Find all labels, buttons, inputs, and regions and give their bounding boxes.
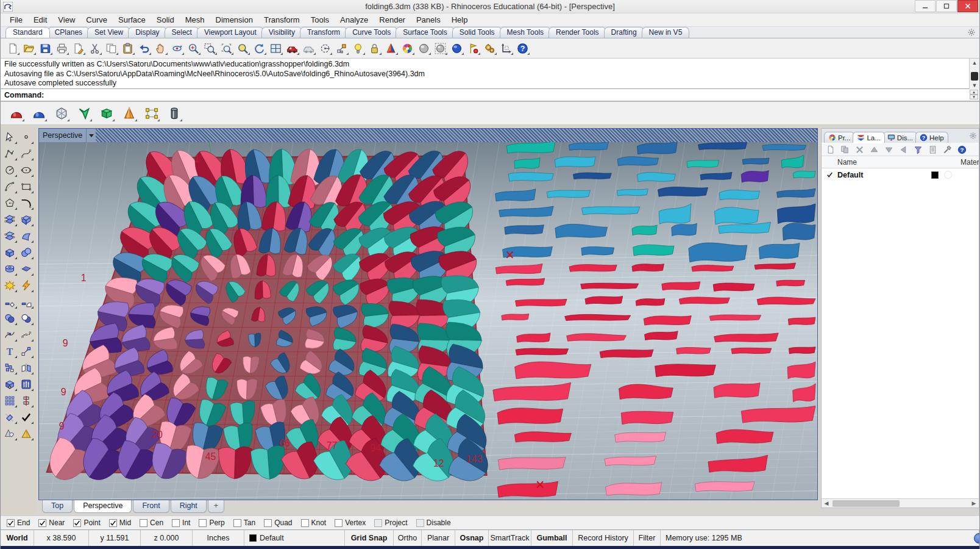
viewport-tab-perspective[interactable]: Perspective	[74, 500, 132, 513]
adjust-crv-tool-icon[interactable]	[2, 326, 18, 343]
layer-new-icon[interactable]	[823, 144, 837, 156]
status-ortho[interactable]: Ortho	[394, 530, 422, 546]
layer-dup-icon[interactable]	[838, 144, 851, 156]
minimize-button[interactable]	[915, 0, 936, 12]
dartistic-icon[interactable]	[142, 104, 161, 123]
cone-util-tool-icon[interactable]	[2, 425, 18, 442]
checkbox[interactable]	[416, 519, 424, 527]
mesh-srf-tool-icon[interactable]	[18, 260, 34, 277]
explode-star-tool-icon[interactable]	[2, 277, 18, 293]
status-smarttrack[interactable]: SmartTrack	[489, 530, 531, 546]
toolbar-tab-new-in-v5[interactable]: New in V5	[642, 27, 690, 38]
status-filter[interactable]: Filter	[634, 530, 661, 546]
toolbar-tab-standard[interactable]: Standard	[5, 27, 50, 38]
menu-analyze[interactable]: Analyze	[335, 14, 374, 26]
status-grid-snap[interactable]: Grid Snap	[345, 530, 394, 546]
menu-solid[interactable]: Solid	[151, 14, 180, 26]
viewport-caption[interactable]: Perspective	[39, 129, 86, 142]
osnap-near[interactable]: Near	[38, 518, 65, 527]
checkbox[interactable]	[199, 519, 207, 527]
explode-bolt-tool-icon[interactable]	[18, 277, 34, 293]
status-osnap[interactable]: Osnap	[455, 530, 489, 546]
status-indicator-icon[interactable]	[974, 533, 980, 544]
sphgray-icon[interactable]	[416, 40, 432, 56]
scroll-up-icon[interactable]: ▲	[970, 59, 979, 66]
array-tool-icon[interactable]	[2, 392, 18, 409]
status-y-11-591[interactable]: y 11.591	[89, 530, 141, 546]
panel-gear-icon[interactable]	[969, 131, 977, 142]
box-tool-icon[interactable]	[2, 244, 18, 260]
layer-del-icon[interactable]	[853, 144, 866, 156]
status-planar[interactable]: Planar	[422, 530, 455, 546]
toolbar-tab-transform[interactable]: Transform	[300, 27, 347, 38]
osnap-perp[interactable]: Perp	[199, 518, 224, 527]
print-icon[interactable]	[54, 40, 70, 56]
layer-down-icon[interactable]	[882, 144, 895, 156]
toolbar-tab-viewport-layout[interactable]: Viewport Layout	[197, 27, 264, 38]
panel-tab-help[interactable]: ?Help	[915, 132, 948, 143]
close-button[interactable]	[957, 0, 978, 12]
status-default[interactable]: Default	[244, 530, 345, 546]
checkbox[interactable]	[301, 519, 309, 527]
scrollbar-thumb[interactable]	[971, 72, 978, 81]
curve-tool-icon[interactable]	[18, 145, 34, 162]
layer-report-icon[interactable]	[926, 144, 939, 156]
checkbox[interactable]	[233, 519, 241, 527]
status-world[interactable]: World	[1, 530, 34, 546]
scroll-left-icon[interactable]: ◀	[822, 500, 831, 507]
checkbox[interactable]	[109, 519, 117, 527]
command-history[interactable]: File successfully written as C:\Users\Sa…	[1, 59, 979, 89]
sphblue-icon[interactable]	[449, 40, 465, 56]
toolbar-gear-icon[interactable]	[967, 28, 976, 39]
layer-help-icon[interactable]: ?	[955, 144, 968, 156]
menu-transform[interactable]: Transform	[258, 14, 305, 26]
layer-filter-icon[interactable]	[911, 144, 925, 156]
viewport-caption-dropdown[interactable]	[86, 129, 96, 142]
extrude-tool-icon[interactable]	[18, 376, 34, 392]
status-x-38-590[interactable]: x 38.590	[34, 530, 89, 546]
osnap-disable[interactable]: Disable	[416, 518, 451, 527]
chamfer-edge-tool-icon[interactable]	[18, 293, 34, 310]
flag-icon[interactable]	[465, 40, 481, 56]
trim-tool-icon[interactable]	[2, 409, 18, 425]
wheel-icon[interactable]	[399, 40, 416, 56]
layer-material-icon[interactable]	[944, 171, 952, 179]
command-spinner[interactable]: ▲▼	[970, 90, 978, 99]
torus-tool-icon[interactable]	[2, 260, 18, 277]
menu-help[interactable]: Help	[446, 14, 474, 26]
car-icon[interactable]	[284, 40, 300, 56]
viewport-tab-front[interactable]: Front	[133, 500, 169, 513]
circle-tool-icon[interactable]	[2, 162, 18, 178]
ellipse-tool-icon[interactable]	[18, 162, 34, 178]
toolbar-tab-mesh-tools[interactable]: Mesh Tools	[500, 27, 551, 38]
osnap-mid[interactable]: Mid	[109, 518, 131, 527]
snapcircle-icon[interactable]	[317, 40, 333, 56]
fillet-edge-tool-icon[interactable]	[2, 293, 18, 310]
shaded-blue-icon[interactable]	[29, 104, 48, 123]
solid-edit-tool-icon[interactable]	[2, 376, 18, 392]
shade-icon[interactable]	[383, 40, 399, 56]
status-z-0-000[interactable]: z 0.000	[141, 530, 193, 546]
osnap-knot[interactable]: Knot	[301, 518, 327, 527]
status-record-history[interactable]: Record History	[573, 530, 634, 546]
osnap-point[interactable]: Point	[73, 518, 100, 527]
export-icon[interactable]	[70, 40, 87, 56]
pan-icon[interactable]	[152, 40, 169, 56]
shell-tool-icon[interactable]	[18, 228, 34, 244]
viewport-tab-top[interactable]: Top	[42, 500, 73, 513]
panel-hscrollbar[interactable]: ◀ ▶	[822, 498, 979, 508]
panel-tab-la[interactable]: La...	[853, 132, 884, 143]
rectangle-tool-icon[interactable]	[18, 178, 34, 195]
array-crv-tool-icon[interactable]	[18, 392, 34, 409]
status-inches[interactable]: Inches	[193, 530, 244, 546]
polygon-tool-icon[interactable]	[2, 195, 18, 211]
ptfilter-icon[interactable]	[333, 40, 350, 56]
layer-color-swatch[interactable]	[931, 171, 939, 179]
paste-icon[interactable]	[119, 40, 136, 56]
vports-icon[interactable]	[268, 40, 284, 56]
osnap-project[interactable]: Project	[374, 518, 407, 527]
toolbar-tab-visibility[interactable]: Visibility	[261, 27, 302, 38]
checkbox[interactable]	[38, 519, 46, 527]
checkbox[interactable]	[73, 519, 81, 527]
cut-icon[interactable]	[87, 40, 103, 56]
